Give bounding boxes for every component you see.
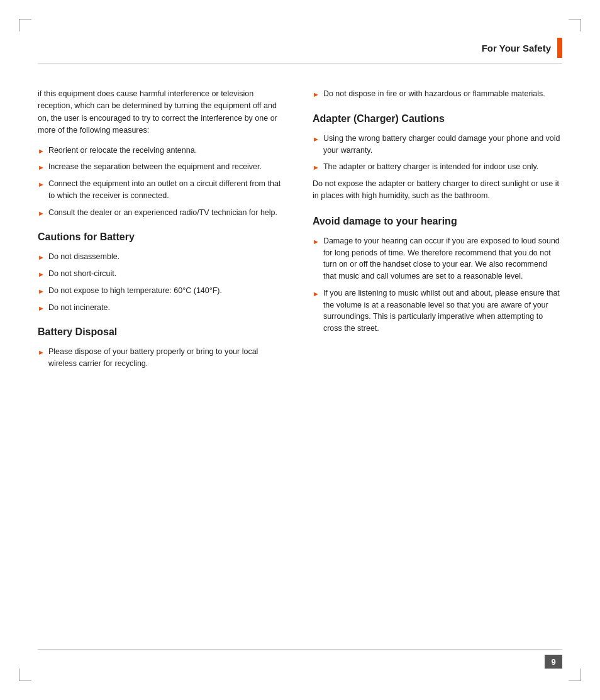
top-divider — [38, 63, 562, 64]
page-number: 9 — [545, 655, 562, 669]
header-title: For Your Safety — [482, 43, 551, 53]
list-item: ► Please dispose of your battery properl… — [38, 346, 287, 370]
bullet-arrow-icon: ► — [38, 269, 45, 280]
page: For Your Safety if this equipment does c… — [0, 0, 600, 700]
bullet-text: Damage to your hearing can occur if you … — [323, 235, 562, 282]
page-number-text: 9 — [551, 657, 555, 667]
bottom-divider — [38, 649, 562, 650]
list-item: ► Do not dispose in fire or with hazardo… — [313, 88, 562, 100]
list-item: ► Using the wrong battery charger could … — [313, 133, 562, 157]
header-accent-bar — [557, 38, 562, 58]
cautions-battery-heading: Cautions for Battery — [38, 230, 287, 245]
right-column: ► Do not dispose in fire or with hazardo… — [313, 88, 562, 637]
battery-disposal-heading: Battery Disposal — [38, 325, 287, 340]
bullet-text: Connect the equipment into an outlet on … — [48, 178, 287, 202]
bullet-text: Do not expose to high temperature: 60°C … — [48, 285, 222, 297]
bullet-text: Consult the dealer or an experienced rad… — [48, 207, 277, 219]
list-item: ► Do not incinerate. — [38, 302, 287, 314]
list-item: ► Connect the equipment into an outlet o… — [38, 178, 287, 202]
corner-mark-bottom-right — [569, 669, 581, 681]
adapter-cautions-heading: Adapter (Charger) Cautions — [313, 111, 562, 126]
corner-mark-bottom-left — [19, 669, 31, 681]
bullet-arrow-icon: ► — [313, 89, 319, 100]
bullet-text: Increase the separation between the equi… — [48, 161, 262, 173]
bullet-text: Do not incinerate. — [48, 302, 110, 314]
bullet-text: Do not short-circuit. — [48, 268, 116, 280]
bullet-text: Reorient or relocate the receiving anten… — [48, 145, 197, 157]
list-item: ► Increase the separation between the eq… — [38, 161, 287, 173]
list-item: ► Damage to your hearing can occur if yo… — [313, 235, 562, 282]
list-item: ► Consult the dealer or an experienced r… — [38, 207, 287, 219]
bullet-arrow-icon: ► — [38, 286, 45, 297]
bullet-arrow-icon: ► — [313, 236, 319, 247]
bullet-arrow-icon: ► — [38, 179, 45, 190]
corner-mark-top-left — [19, 19, 31, 31]
intro-paragraph: if this equipment does cause harmful int… — [38, 88, 287, 137]
bullet-text: Do not disassemble. — [48, 251, 119, 263]
list-item: ► Reorient or relocate the receiving ant… — [38, 145, 287, 157]
adapter-inline-text: Do not expose the adapter or battery cha… — [313, 178, 562, 203]
left-column: if this equipment does cause harmful int… — [38, 88, 287, 637]
list-item: ► Do not expose to high temperature: 60°… — [38, 285, 287, 297]
bullet-text: Do not dispose in fire or with hazardous… — [323, 88, 545, 100]
avoid-hearing-heading: Avoid damage to your hearing — [313, 214, 562, 229]
list-item: ► The adapter or battery charger is inte… — [313, 161, 562, 173]
bullet-arrow-icon: ► — [38, 208, 45, 219]
bullet-text: If you are listening to music whilst out… — [323, 287, 562, 335]
bullet-arrow-icon: ► — [38, 146, 45, 157]
bullet-arrow-icon: ► — [38, 347, 45, 358]
list-item: ► Do not short-circuit. — [38, 268, 287, 280]
list-item: ► If you are listening to music whilst o… — [313, 287, 562, 335]
bullet-arrow-icon: ► — [313, 162, 319, 173]
bullet-arrow-icon: ► — [38, 252, 45, 263]
bullet-text: The adapter or battery charger is intend… — [323, 161, 538, 173]
bullet-arrow-icon: ► — [313, 289, 319, 299]
bullet-text: Using the wrong battery charger could da… — [323, 133, 562, 157]
bullet-arrow-icon: ► — [313, 134, 319, 145]
content-area: if this equipment does cause harmful int… — [38, 88, 562, 637]
corner-mark-top-right — [569, 19, 581, 31]
bullet-arrow-icon: ► — [38, 162, 45, 173]
bullet-arrow-icon: ► — [38, 303, 45, 314]
header: For Your Safety — [482, 38, 562, 58]
bullet-text: Please dispose of your battery properly … — [48, 346, 287, 370]
list-item: ► Do not disassemble. — [38, 251, 287, 263]
